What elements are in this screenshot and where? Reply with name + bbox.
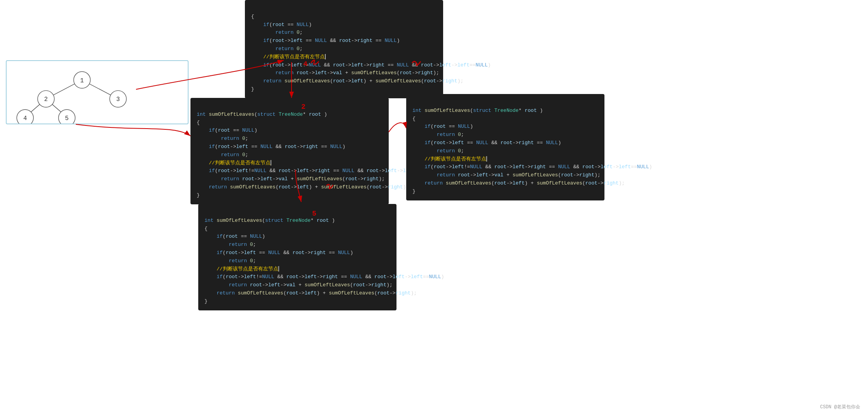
svg-text:4: 4: [23, 115, 27, 122]
svg-text:5: 5: [65, 115, 68, 122]
code-block-top: { if(root == NULL) return 0; if(root->le…: [245, 0, 443, 98]
label-5: 5: [312, 210, 316, 218]
code-block-bottom: int sumOfLeftLeaves(struct TreeNode* roo…: [198, 204, 396, 310]
svg-text:3: 3: [116, 96, 120, 103]
code-block-right: int sumOfLeftLeaves(struct TreeNode* roo…: [406, 94, 604, 200]
svg-text:2: 2: [44, 96, 48, 103]
code-block-middle: int sumOfLeftLeaves(struct TreeNode* roo…: [190, 98, 389, 204]
label-4: 4: [303, 60, 307, 68]
watermark: CSDN @老菜包你会: [820, 404, 860, 410]
label-2: 2: [301, 103, 306, 111]
svg-text:1: 1: [80, 77, 84, 84]
tree-svg: 1 2 3 4 5: [7, 61, 188, 124]
tree-diagram: 1 2 3 4 5: [6, 60, 189, 124]
